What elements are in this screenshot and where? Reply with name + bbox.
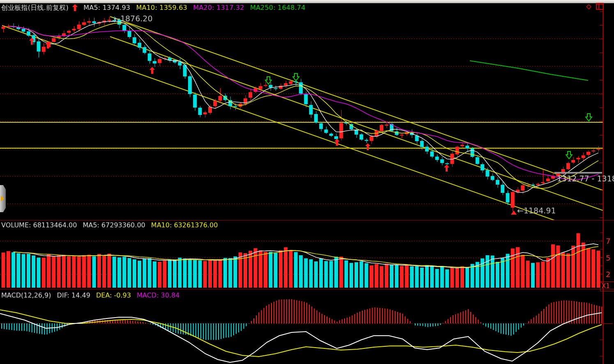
buy-signal-arrow-up-icon — [149, 67, 155, 76]
volume-unit-box: X1 — [600, 282, 614, 291]
sell-signal-arrow-down-icon — [292, 73, 299, 83]
volume-ma5-readout: MA5: 67293360.00 — [83, 221, 145, 229]
buy-signal-arrow-up-icon — [29, 38, 34, 46]
macd-readout: MACD: 30.84 — [137, 291, 179, 299]
low-point-triangle-icon — [511, 208, 517, 216]
ma20-readout: MA20: 1317.32 — [193, 4, 244, 11]
expand-right-icon — [1, 196, 4, 201]
trading-app-window: 创业板指(日线.前复权) MA5: 1374.93 MA10: 1359.63 … — [0, 0, 614, 364]
instrument-title: 创业板指(日线.前复权) — [1, 4, 69, 11]
gap-zone-label: 1312.77 - 1318 — [557, 174, 614, 183]
buy-signal-arrow-up-icon — [365, 143, 370, 152]
diamond-icon[interactable] — [585, 3, 592, 12]
volume-readout: VOLUME: 68113464.00 — [1, 221, 77, 229]
sidebar-flyout-handle[interactable] — [0, 185, 6, 212]
macd-pane-header: MACD(12,26,9) DIF: 14.49 DEA: -0.93 MACD… — [1, 291, 183, 299]
volume-pane-header: VOLUME: 68113464.00 MA5: 67293360.00 MA1… — [1, 221, 221, 229]
low-price-label: ←1184.91 — [517, 206, 556, 215]
peak-price-label: ←1876.20 — [114, 14, 153, 23]
price-pane-header: 创业板指(日线.前复权) MA5: 1374.93 MA10: 1359.63 … — [1, 4, 309, 12]
buy-signal-arrow-up-icon — [444, 165, 449, 173]
volume-axis-label: 2 — [606, 270, 610, 279]
sell-signal-arrow-down-icon — [566, 151, 573, 161]
volume-axis-label: 5 — [606, 254, 610, 262]
volume-ma10-readout: MA10: 63261376.00 — [151, 221, 218, 229]
window-top-edge — [0, 0, 614, 3]
left-tick-icon: ← — [517, 206, 524, 215]
buy-signal-arrow-up-icon — [334, 139, 340, 147]
left-tick-icon: ← — [114, 14, 120, 23]
stock-chart-canvas[interactable] — [0, 0, 614, 364]
gap-zone-bar — [554, 172, 602, 174]
ma10-readout: MA10: 1359.63 — [136, 4, 187, 11]
buy-signal-arrow-up-icon — [45, 41, 51, 50]
ma5-readout: MA5: 1374.93 — [83, 4, 130, 11]
ma250-readout: MA250: 1648.74 — [250, 4, 306, 11]
trend-up-arrow-icon — [72, 4, 78, 11]
sell-signal-arrow-down-icon — [265, 76, 272, 86]
macd-params: MACD(12,26,9) — [1, 291, 51, 299]
dea-readout: DEA: -0.93 — [96, 291, 131, 299]
dif-readout: DIF: 14.49 — [57, 291, 90, 299]
volume-axis-label: 7 — [606, 237, 610, 245]
split-window-icon[interactable] — [596, 3, 604, 12]
sell-signal-arrow-down-icon — [585, 113, 592, 123]
